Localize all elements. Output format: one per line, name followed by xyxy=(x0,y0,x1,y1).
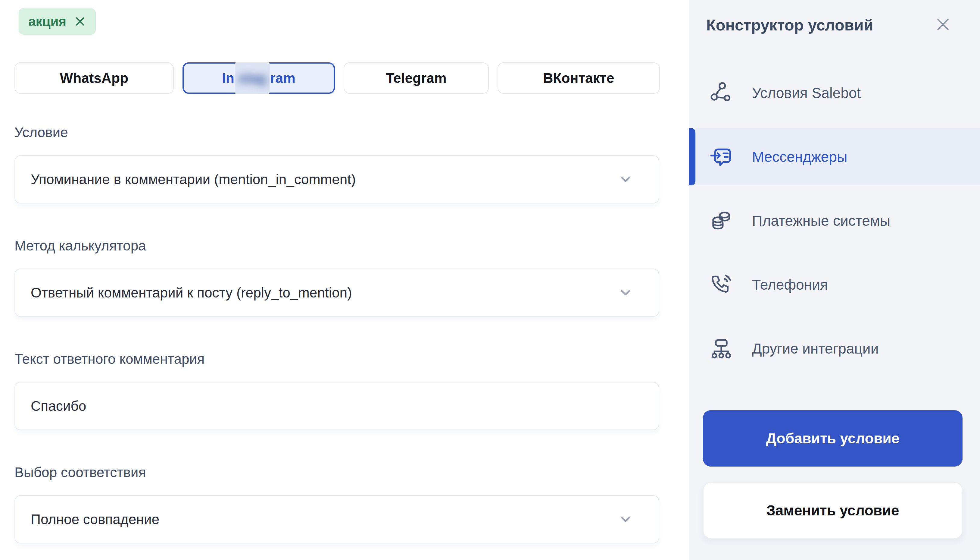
sidebar-item-label: Условия Salebot xyxy=(752,85,861,101)
sidebar-item-telephony[interactable]: Телефония xyxy=(689,256,980,313)
add-condition-button[interactable]: Добавить условие xyxy=(703,410,963,467)
sidebar-item-other-integrations[interactable]: Другие интеграции xyxy=(689,320,980,377)
phone-icon xyxy=(709,273,734,296)
reply-text-input[interactable] xyxy=(15,382,659,430)
condition-select-value: Упоминание в комментарии (mention_in_com… xyxy=(31,171,355,187)
chevron-down-icon xyxy=(618,285,633,300)
sidebar-actions: Добавить условие Заменить условие xyxy=(689,410,980,538)
sidebar-header: Конструктор условий xyxy=(689,16,980,34)
sidebar-item-label: Мессенджеры xyxy=(752,148,847,165)
coins-icon xyxy=(709,209,734,232)
match-choice-select[interactable]: Полное совпадение xyxy=(15,495,659,543)
tab-instagram[interactable]: Instagram xyxy=(183,62,335,94)
main-panel: акция WhatsApp Instagram Telegram ВКонта… xyxy=(0,0,689,560)
sidebar-item-payment-systems[interactable]: Платежные системы xyxy=(689,192,980,249)
tag-label: акция xyxy=(28,14,66,29)
sidebar-item-label: Другие интеграции xyxy=(752,340,879,357)
calculator-method-label: Метод калькулятора xyxy=(15,237,689,254)
tab-vkontakte[interactable]: ВКонтакте xyxy=(498,62,660,94)
close-icon[interactable] xyxy=(934,16,952,34)
reply-text-label: Текст ответного комментария xyxy=(15,350,689,367)
condition-builder-sidebar: Конструктор условий Услов xyxy=(689,0,980,560)
sitemap-icon xyxy=(709,337,734,360)
match-choice-label: Выбор соответствия xyxy=(15,464,689,481)
condition-label: Условие xyxy=(15,124,689,141)
tab-whatsapp[interactable]: WhatsApp xyxy=(15,62,174,94)
remove-icon[interactable] xyxy=(74,15,86,27)
platform-tabs: WhatsApp Instagram Telegram ВКонтакте xyxy=(15,62,689,94)
tab-instagram-prefix: In xyxy=(222,70,234,86)
condition-select[interactable]: Упоминание в комментарии (mention_in_com… xyxy=(15,155,659,203)
condition-builder-screen: акция WhatsApp Instagram Telegram ВКонта… xyxy=(0,0,980,560)
sidebar-item-salebot-conditions[interactable]: Условия Salebot xyxy=(689,64,980,122)
sidebar-item-label: Телефония xyxy=(752,277,828,293)
sidebar-menu: Условия Salebot Мессенджеры xyxy=(689,64,980,384)
tab-telegram[interactable]: Telegram xyxy=(344,62,489,94)
censored-text: stag xyxy=(235,62,269,94)
sidebar-title: Конструктор условий xyxy=(706,16,874,34)
chevron-down-icon xyxy=(618,172,633,187)
replace-condition-button[interactable]: Заменить условие xyxy=(703,482,963,538)
chevron-down-icon xyxy=(618,512,633,527)
sidebar-item-label: Платежные системы xyxy=(752,212,890,229)
graph-nodes-icon xyxy=(709,81,734,105)
tab-instagram-suffix: ram xyxy=(270,70,296,86)
calculator-method-select[interactable]: Ответный комментарий к посту (reply_to_m… xyxy=(15,268,659,317)
match-choice-value: Полное совпадение xyxy=(31,511,159,527)
sidebar-item-messengers[interactable]: Мессенджеры xyxy=(689,128,980,185)
calculator-method-value: Ответный комментарий к посту (reply_to_m… xyxy=(31,285,352,301)
tag-akciya: акция xyxy=(19,8,96,35)
chat-message-icon xyxy=(709,145,734,168)
